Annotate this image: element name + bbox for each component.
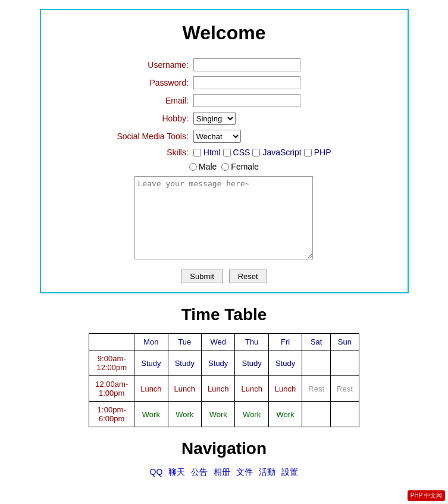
welcome-title: Welcome [53,22,396,44]
social-select[interactable]: Wechat Facebook Twitter Instagram [193,130,241,143]
day-fri: Fri [268,334,302,350]
timetable-section: Time Table Mon Tue Wed Thu Fri Sat Sun 9… [40,305,409,427]
time-2: 12:00am-1:00pm [89,376,134,402]
nav-chat[interactable]: 聊天 [168,467,185,478]
gender-container: Male Female [117,162,331,171]
skill-php-label: PHP [314,148,331,157]
nav-qq[interactable]: QQ [150,467,163,478]
activity-sun-3 [331,402,359,427]
username-input[interactable] [193,58,300,71]
password-label: Password: [114,74,190,92]
activity-thu-2: Lunch [235,376,268,402]
form-table: Username: Password: Email: Hobby: [114,56,333,264]
welcome-form: Username: Password: Email: Hobby: [53,56,396,283]
navigation-title: Navigation [40,439,409,458]
activity-fri-3: Work [268,402,302,427]
day-sun: Sun [331,334,359,350]
buttons-row: Submit Reset [53,270,396,283]
table-row: 1:00pm-6:00pm Work Work Work Work Work [89,402,359,427]
skill-css-checkbox[interactable] [223,149,231,156]
empty-header [89,334,134,350]
activity-sat-2: Rest [302,376,331,402]
reset-button[interactable]: Reset [229,270,267,283]
skill-php-checkbox[interactable] [304,149,312,156]
email-row: Email: [114,92,333,109]
gender-female-radio[interactable] [221,163,229,171]
hobby-label: Hobby: [114,109,190,127]
activity-sat-3 [302,402,331,427]
skills-label: Skills: [114,145,190,159]
time-1: 9:00am-12:00pm [89,350,134,376]
activity-sat-1 [302,350,331,376]
message-row [114,174,333,264]
time-3: 1:00pm-6:00pm [89,402,134,427]
username-label: Username: [114,56,190,74]
day-thu: Thu [235,334,268,350]
activity-wed-2: Lunch [202,376,235,402]
nav-notice[interactable]: 公告 [191,467,208,478]
skill-html-label: Html [203,148,221,157]
activity-tue-3: Work [168,402,201,427]
message-textarea[interactable] [134,176,313,259]
skill-js-label: JavaScript [262,148,301,157]
skills-container: Html CSS JavaScript PHP [193,148,331,157]
nav-settings[interactable]: 設置 [281,467,298,478]
gender-row: Male Female [114,159,333,174]
table-header-row: Mon Tue Wed Thu Fri Sat Sun [89,334,359,350]
email-label: Email: [114,92,190,109]
welcome-section: Welcome Username: Password: Email: [40,9,409,293]
email-input[interactable] [193,94,300,107]
hobby-row: Hobby: Singing Reading Gaming Coding [114,109,333,127]
activity-wed-1: Study [202,350,235,376]
navigation-section: Navigation QQ 聊天 公告 相册 文件 活動 設置 [40,439,409,478]
username-row: Username: [114,56,333,74]
nav-links: QQ 聊天 公告 相册 文件 活動 設置 [40,467,409,478]
activity-sun-1 [331,350,359,376]
table-row: 9:00am-12:00pm Study Study Study Study S… [89,350,359,376]
day-sat: Sat [302,334,331,350]
nav-activity[interactable]: 活動 [259,467,275,478]
day-wed: Wed [202,334,235,350]
skills-row: Skills: Html CSS JavaScript PHP [114,145,333,159]
timetable-title: Time Table [40,305,409,324]
gender-female-label: Female [221,162,259,171]
skill-css-label: CSS [233,148,250,157]
social-label: Social Media Tools: [114,127,190,145]
nav-files[interactable]: 文件 [236,467,253,478]
password-row: Password: [114,74,333,92]
skill-html-checkbox[interactable] [193,149,201,156]
activity-fri-2: Lunch [268,376,302,402]
activity-wed-3: Work [202,402,235,427]
activity-mon-3: Work [134,402,168,427]
gender-male-radio[interactable] [189,163,197,171]
activity-sun-2: Rest [331,376,359,402]
hobby-select[interactable]: Singing Reading Gaming Coding [193,112,236,125]
password-input[interactable] [193,76,300,89]
gender-male-label: Male [189,162,217,171]
activity-tue-2: Lunch [168,376,201,402]
activity-fri-1: Study [268,350,302,376]
table-row: 12:00am-1:00pm Lunch Lunch Lunch Lunch L… [89,376,359,402]
activity-thu-1: Study [235,350,268,376]
activity-thu-3: Work [235,402,268,427]
nav-album[interactable]: 相册 [214,467,230,478]
time-table: Mon Tue Wed Thu Fri Sat Sun 9:00am-12:00… [89,333,359,427]
day-mon: Mon [134,334,168,350]
day-tue: Tue [168,334,201,350]
activity-tue-1: Study [168,350,201,376]
activity-mon-2: Lunch [134,376,168,402]
skill-js-checkbox[interactable] [252,149,260,156]
social-row: Social Media Tools: Wechat Facebook Twit… [114,127,333,145]
activity-mon-1: Study [134,350,168,376]
submit-button[interactable]: Submit [181,270,223,283]
